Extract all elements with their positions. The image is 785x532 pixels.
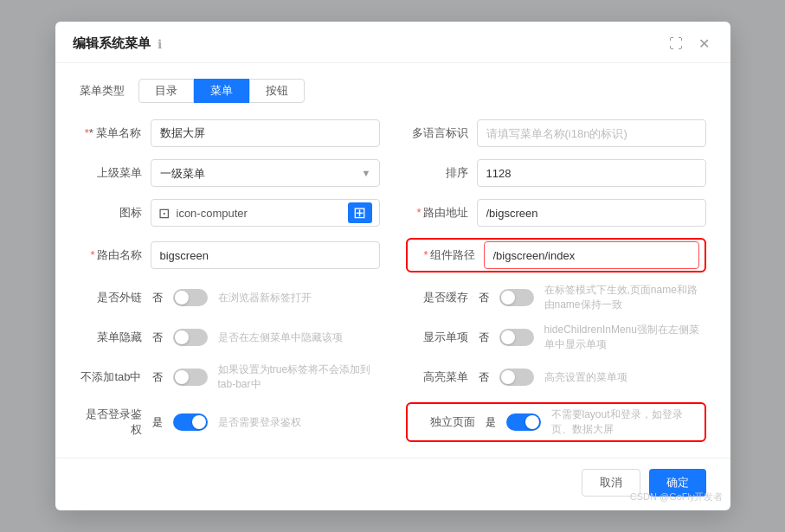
cache-value: 否 [479, 291, 489, 305]
highlight-row: 高亮菜单 否 高亮设置的菜单项 [406, 362, 706, 392]
expand-button[interactable]: ⛶ [666, 35, 686, 54]
tab-directory[interactable]: 目录 [138, 79, 194, 103]
component-path-row: *组件路径 [406, 238, 706, 272]
highlight-toggle[interactable] [499, 369, 534, 386]
icon-name-text: icon-computer [177, 207, 341, 220]
auth-required-row: 是否登录鉴权 是 是否需要登录鉴权 [80, 402, 380, 442]
hidden-track [173, 329, 208, 346]
info-icon[interactable]: ℹ [158, 37, 162, 51]
sort-row: 排序 [406, 158, 706, 188]
dialog-title-group: 编辑系统菜单 ℹ [73, 35, 162, 52]
standalone-label: 独立页面 [413, 414, 475, 430]
route-path-label: *路由地址 [406, 205, 468, 221]
show-single-row: 显示单项 否 hideChildrenInMenu强制在左侧菜单中显示单项 [406, 323, 706, 352]
standalone-toggle[interactable] [506, 413, 541, 431]
icon-preview-char: ⊡ [158, 205, 170, 221]
sort-input[interactable] [477, 159, 706, 187]
dialog-overlay: 编辑系统菜单 ℹ ⛶ ✕ 菜单类型 目录 菜单 按钮 * [0, 0, 785, 532]
tab-menu[interactable]: 菜单 [194, 79, 249, 103]
show-single-label: 显示单项 [406, 330, 468, 345]
hidden-thumb [175, 330, 189, 344]
tab-group: 菜单类型 目录 菜单 按钮 [80, 79, 706, 103]
i18n-label: 多语言标识 [406, 125, 468, 141]
show-single-thumb [501, 330, 515, 344]
no-tab-toggle-wrap: 否 如果设置为true标签将不会添加到tab-bar中 [149, 362, 380, 392]
route-path-input[interactable] [477, 199, 706, 227]
no-tab-label: 不添加tab中 [80, 369, 142, 385]
standalone-desc: 不需要layout和登录，如登录页、数据大屏 [551, 407, 699, 437]
external-link-row: 是否外链 否 在浏览器新标签打开 [80, 283, 380, 312]
hidden-toggle-wrap: 否 是否在左侧菜单中隐藏该项 [149, 329, 343, 346]
parent-menu-select[interactable]: 一级菜单 [151, 159, 380, 187]
cache-desc: 在标签模式下生效,页面name和路由name保持一致 [544, 283, 706, 312]
cache-toggle[interactable] [499, 289, 534, 306]
external-link-label: 是否外链 [80, 290, 142, 305]
component-path-label: *组件路径 [413, 247, 475, 263]
route-path-row: *路由地址 [406, 198, 706, 228]
no-tab-desc: 如果设置为true标签将不会添加到tab-bar中 [218, 362, 380, 392]
auth-required-label: 是否登录鉴权 [80, 407, 142, 438]
dialog-footer: 取消 确定 [55, 458, 730, 510]
menu-name-row: ** 菜单名称 [80, 119, 380, 148]
watermark: CSDN @GoFly开发者 [630, 490, 724, 503]
parent-menu-label: 上级菜单 [80, 165, 142, 181]
icon-picker-button[interactable]: ⊞ [348, 202, 372, 223]
tab-group-label: 菜单类型 [80, 83, 125, 99]
icon-label: 图标 [80, 205, 142, 221]
hidden-label: 菜单隐藏 [80, 330, 142, 345]
highlight-thumb [501, 370, 515, 384]
external-link-toggle-wrap: 否 在浏览器新标签打开 [149, 289, 312, 306]
cache-thumb [501, 291, 515, 304]
hidden-desc: 是否在左侧菜单中隐藏该项 [218, 330, 343, 345]
route-name-row: *路由名称 [80, 238, 380, 272]
form-grid: ** 菜单名称 多语言标识 上级菜单 一级菜单 ▼ [80, 119, 706, 442]
auth-required-thumb [192, 415, 206, 429]
cache-label: 是否缓存 [406, 290, 468, 305]
no-tab-toggle[interactable] [173, 369, 208, 386]
route-name-label: *路由名称 [80, 247, 142, 263]
i18n-input[interactable] [477, 119, 706, 147]
i18n-row: 多语言标识 [406, 119, 706, 148]
highlight-desc: 高亮设置的菜单项 [544, 370, 627, 385]
cache-track [499, 289, 534, 306]
menu-name-label: ** 菜单名称 [80, 125, 142, 141]
auth-required-toggle-wrap: 是 是否需要登录鉴权 [149, 413, 301, 431]
hidden-row: 菜单隐藏 否 是否在左侧菜单中隐藏该项 [80, 323, 380, 352]
show-single-toggle-wrap: 否 hideChildrenInMenu强制在左侧菜单中显示单项 [475, 323, 706, 352]
external-link-toggle[interactable] [173, 289, 208, 306]
dialog-title: 编辑系统菜单 [73, 35, 151, 52]
sort-label: 排序 [406, 165, 468, 181]
close-button[interactable]: ✕ [695, 34, 713, 54]
menu-name-input[interactable] [151, 119, 380, 147]
auth-required-desc: 是否需要登录鉴权 [218, 415, 301, 430]
no-tab-thumb [175, 370, 189, 384]
highlight-label: 高亮菜单 [406, 369, 468, 385]
cache-toggle-wrap: 否 在标签模式下生效,页面name和路由name保持一致 [475, 283, 706, 312]
external-link-desc: 在浏览器新标签打开 [218, 291, 312, 305]
standalone-track [506, 413, 541, 431]
show-single-toggle[interactable] [499, 329, 534, 346]
dialog-body: 菜单类型 目录 菜单 按钮 ** 菜单名称 多语言标识 [55, 63, 730, 458]
parent-menu-select-wrap: 一级菜单 ▼ [151, 159, 380, 187]
no-tab-track [173, 369, 208, 386]
cache-row: 是否缓存 否 在标签模式下生效,页面name和路由name保持一致 [406, 283, 706, 312]
show-single-track [499, 329, 534, 346]
standalone-row: 独立页面 是 不需要layout和登录，如登录页、数据大屏 [406, 402, 706, 442]
tab-button[interactable]: 按钮 [249, 79, 305, 103]
hidden-toggle[interactable] [173, 329, 208, 346]
highlight-track [499, 369, 534, 386]
route-name-input[interactable] [151, 241, 380, 269]
standalone-thumb [525, 415, 539, 429]
external-link-track [173, 289, 208, 306]
auth-required-toggle[interactable] [173, 413, 208, 431]
dialog: 编辑系统菜单 ℹ ⛶ ✕ 菜单类型 目录 菜单 按钮 * [55, 22, 730, 510]
no-tab-row: 不添加tab中 否 如果设置为true标签将不会添加到tab-bar中 [80, 362, 380, 392]
component-path-input[interactable] [484, 241, 699, 269]
external-link-thumb [175, 291, 189, 304]
no-tab-value: 否 [152, 370, 163, 385]
auth-required-value: 是 [152, 415, 163, 430]
show-single-value: 否 [479, 330, 489, 345]
standalone-value: 是 [486, 415, 496, 430]
dialog-header-actions: ⛶ ✕ [666, 34, 713, 54]
icon-row: 图标 ⊡ icon-computer ⊞ [80, 198, 380, 228]
